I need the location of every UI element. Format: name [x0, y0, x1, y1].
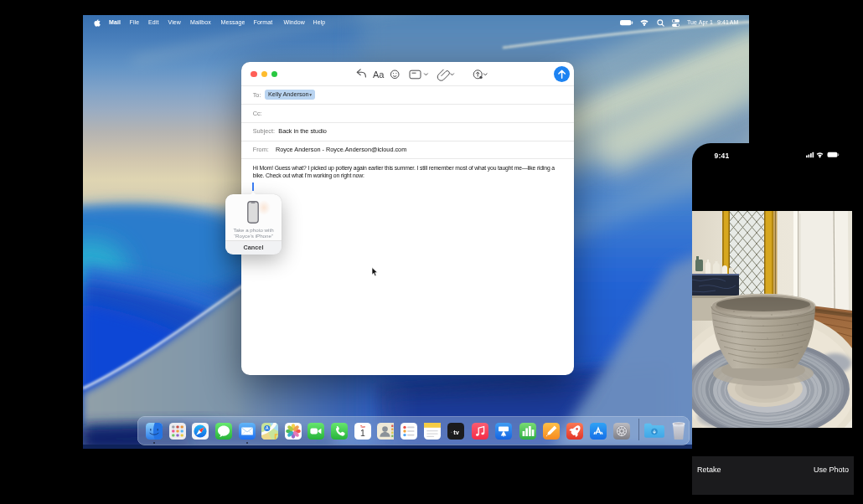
svg-text:1: 1 [360, 428, 365, 438]
svg-text:tv: tv [453, 429, 459, 436]
svg-text:A: A [266, 425, 269, 430]
